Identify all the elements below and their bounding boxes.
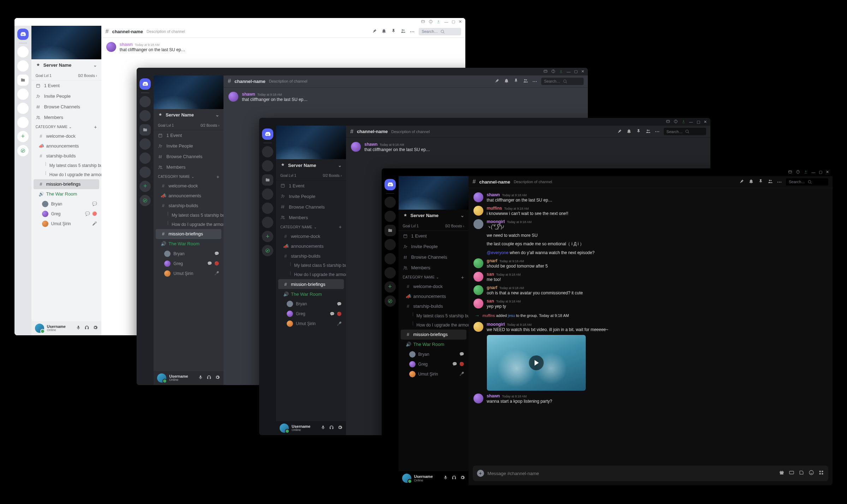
nav-events[interactable]: 1 Event	[31, 80, 101, 91]
guild-item[interactable]	[262, 160, 273, 172]
thread-item[interactable]: My latest class 5 starship bui…	[154, 211, 223, 220]
channel-starship[interactable]: #starship-builds	[156, 201, 221, 211]
channel-announcements[interactable]: 📣announcements	[278, 241, 344, 251]
mention[interactable]: @everyone	[487, 250, 509, 255]
members-icon[interactable]	[645, 128, 651, 135]
headphones-icon[interactable]	[207, 375, 211, 381]
self-avatar[interactable]	[157, 373, 166, 383]
play-icon[interactable]	[529, 355, 544, 370]
category-header[interactable]: Category Name⌄+	[154, 173, 223, 181]
channel-announcements[interactable]: 📣announcements	[401, 292, 466, 301]
guild-item[interactable]	[139, 110, 151, 121]
download-icon[interactable]	[559, 69, 563, 74]
guild-item[interactable]	[17, 46, 29, 58]
minimize-icon[interactable]: —	[811, 170, 815, 174]
pin-icon[interactable]	[617, 128, 622, 135]
voice-user[interactable]: Bryan💬	[399, 349, 469, 359]
nav-invite[interactable]: Invite People	[154, 141, 223, 151]
guild-item[interactable]	[17, 89, 29, 100]
maximize-icon[interactable]: ▢	[819, 170, 822, 174]
add-channel-icon[interactable]: +	[216, 174, 219, 180]
bell-icon[interactable]	[626, 128, 632, 135]
folder-icon[interactable]	[384, 225, 396, 236]
members-icon[interactable]	[523, 78, 528, 84]
pin-icon[interactable]	[494, 78, 500, 84]
explore-icon[interactable]	[17, 145, 29, 156]
help-icon[interactable]	[551, 69, 555, 74]
voice-user[interactable]: Greg💬🔴	[154, 259, 223, 269]
message-input[interactable]: + Message #channel-name	[473, 466, 829, 481]
voice-user[interactable]: Umut Şirin🎤	[31, 219, 101, 229]
minimize-icon[interactable]: —	[689, 120, 693, 124]
message-author[interactable]: gnarf	[487, 258, 497, 263]
search-input[interactable]: Search…	[786, 178, 828, 186]
maximize-icon[interactable]: ▢	[697, 120, 700, 124]
message-author[interactable]: moongirl	[487, 219, 505, 224]
guild-item[interactable]	[262, 188, 273, 200]
channel-welcome[interactable]: #welcome-dock	[401, 282, 466, 292]
discord-home-icon[interactable]	[17, 29, 29, 40]
nav-members[interactable]: Members	[154, 162, 223, 173]
guild-item[interactable]	[139, 152, 151, 164]
gear-icon[interactable]	[93, 325, 98, 331]
search-input[interactable]: Search…	[541, 78, 584, 85]
mic-icon[interactable]	[198, 375, 203, 381]
guild-item[interactable]	[262, 217, 273, 228]
apps-icon[interactable]	[818, 470, 824, 477]
voice-user[interactable]: Bryan💬	[31, 199, 101, 209]
explore-icon[interactable]	[139, 195, 151, 206]
nav-browse[interactable]: Browse Channels	[31, 102, 101, 112]
maximize-icon[interactable]: ▢	[574, 69, 578, 74]
channel-welcome[interactable]: #welcome-dock	[34, 131, 99, 141]
category-header[interactable]: Category Name⌄+	[276, 223, 346, 231]
close-icon[interactable]: ✕	[704, 120, 707, 124]
download-icon[interactable]	[436, 19, 441, 24]
channel-starship[interactable]: #starship-builds	[34, 151, 99, 161]
guild-item[interactable]	[139, 96, 151, 107]
message-author[interactable]: shawn	[242, 92, 255, 97]
add-server-icon[interactable]: +	[17, 131, 29, 142]
help-icon[interactable]	[429, 19, 433, 24]
thread-item[interactable]: How do I upgrade the armor…	[31, 170, 101, 179]
mic-icon[interactable]	[443, 475, 448, 481]
server-header[interactable]: Server Name ⌄	[31, 59, 101, 71]
voice-user[interactable]: Umut Şirin🎤	[154, 269, 223, 278]
discord-home-icon[interactable]	[262, 128, 273, 140]
channel-announcements[interactable]: 📣announcements	[156, 191, 221, 201]
inbox-icon[interactable]	[421, 19, 425, 24]
pin-icon[interactable]	[372, 28, 377, 35]
voice-user[interactable]: Greg💬🔴	[31, 209, 101, 219]
inbox-icon[interactable]	[543, 69, 548, 74]
message-author[interactable]: shawn	[120, 42, 133, 47]
boost-row[interactable]: Goal Lvl 1 0/2 Boosts ›	[399, 222, 469, 231]
boost-row[interactable]: Goal Lvl 1 0/2 Boosts ›	[154, 121, 223, 130]
voice-user[interactable]: Umut Şirin🎤	[399, 369, 469, 379]
guild-item[interactable]	[17, 117, 29, 128]
pinned-icon[interactable]	[391, 28, 396, 35]
thread-item[interactable]: How do I upgrade the armor…	[276, 270, 346, 279]
channel-starship[interactable]: #starship-builds	[401, 301, 466, 311]
add-channel-icon[interactable]: +	[94, 124, 97, 130]
bell-icon[interactable]	[748, 179, 754, 185]
channel-war-room[interactable]: 🔊The War Room	[278, 289, 344, 299]
nav-events[interactable]: 1 Event	[399, 231, 469, 241]
pinned-icon[interactable]	[513, 78, 519, 84]
channel-war-room[interactable]: 🔊The War Room	[156, 239, 221, 249]
more-icon[interactable]: ⋯	[655, 129, 660, 134]
voice-user[interactable]: Greg💬🔴	[276, 309, 346, 319]
minimize-icon[interactable]: —	[567, 70, 571, 74]
guild-item[interactable]	[384, 239, 396, 250]
boost-row[interactable]: Goal Lvl 1 0/2 Boosts ›	[276, 171, 346, 180]
nav-browse[interactable]: Browse Channels	[276, 202, 346, 212]
voice-user[interactable]: Umut Şirin🎤	[276, 319, 346, 329]
add-server-icon[interactable]: +	[384, 281, 396, 293]
server-header[interactable]: Server Name ⌄	[399, 210, 469, 222]
message-author[interactable]: moongirl	[487, 322, 505, 327]
thread-item[interactable]: My latest class 5 starship bui…	[276, 261, 346, 270]
add-server-icon[interactable]: +	[262, 231, 273, 242]
gear-icon[interactable]	[215, 375, 220, 381]
inbox-icon[interactable]	[666, 119, 670, 124]
add-server-icon[interactable]: +	[139, 181, 151, 192]
bell-icon[interactable]	[504, 78, 509, 84]
channel-mission[interactable]: #mission-briefings	[401, 330, 466, 340]
